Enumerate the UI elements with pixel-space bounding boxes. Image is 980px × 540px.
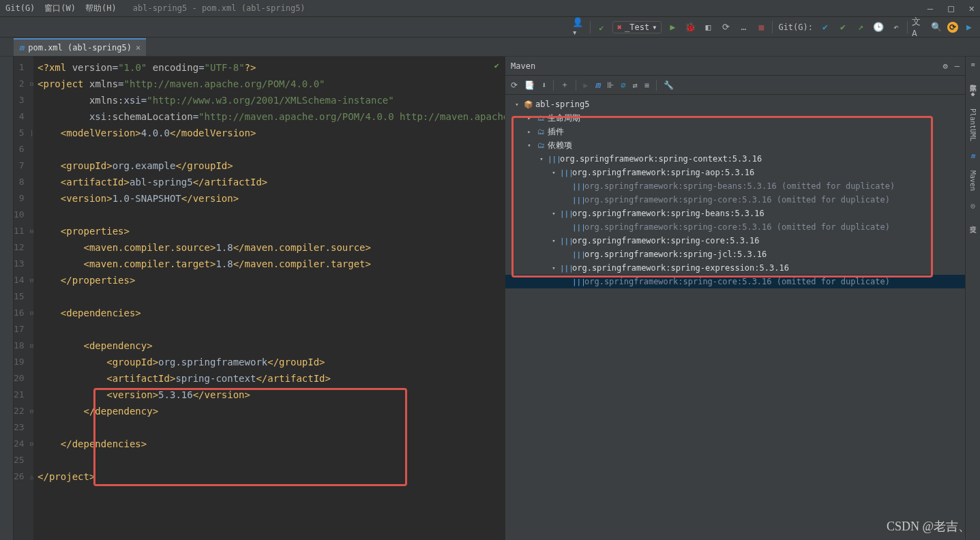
maven-tool-icon[interactable]: m	[970, 152, 975, 160]
maven-tool-button[interactable]: Maven	[969, 168, 977, 194]
main-toolbar: 👤▾ ↙ ✖_Test▾ ▶ 🐞 ◧ ⟳ … ■ Git(G): ✔ ✔ ↗ 🕒…	[0, 17, 980, 38]
tree-arrow-icon[interactable]: ▸	[524, 128, 534, 135]
window-maximize[interactable]: □	[948, 3, 953, 14]
commit-tool-button[interactable]: 提交	[968, 217, 978, 223]
tree-item-label: 插件	[548, 126, 564, 138]
tree-node[interactable]: ▾|||org.springframework:spring-expressio…	[505, 261, 965, 275]
maven-refresh-icon[interactable]: ⟳	[511, 80, 518, 90]
tree-item-icon: |||	[560, 264, 571, 273]
tree-item-icon: 🗂	[535, 114, 546, 123]
tree-node[interactable]: ▾|||org.springframework:spring-beans:5.3…	[505, 207, 965, 220]
tree-arrow-icon[interactable]: ▸	[524, 115, 534, 121]
tree-node[interactable]: ▾|||org.springframework:spring-aop:5.3.1…	[505, 166, 965, 179]
tree-item-label: org.springframework:spring-aop:5.3.16	[572, 168, 754, 177]
tree-item-icon: 📦	[523, 100, 534, 109]
tree-arrow-icon[interactable]: ▾	[512, 101, 522, 108]
tree-item-label: org.springframework:spring-beans:5.3.16	[572, 209, 764, 218]
tree-arrow-icon[interactable]: ▾	[524, 142, 534, 149]
translate-icon[interactable]: 文A	[912, 20, 925, 34]
tree-item-label: org.springframework:spring-core:5.3.16 (…	[584, 222, 890, 232]
tree-node[interactable]: |||org.springframework:spring-core:5.3.1…	[505, 193, 965, 207]
stop-icon[interactable]: ■	[754, 20, 768, 34]
plantuml-tool-icon[interactable]: ◆	[970, 90, 975, 97]
tree-node[interactable]: ▾🗂依赖项	[505, 138, 965, 152]
menu-help[interactable]: 帮助(H)	[85, 3, 117, 14]
maven-settings-icon[interactable]: ⚙	[943, 61, 948, 71]
tree-item-icon: |||	[572, 223, 583, 232]
tree-arrow-icon[interactable]: ▾	[549, 210, 559, 217]
run-config-selector[interactable]: ✖_Test▾	[612, 21, 662, 33]
window-close[interactable]: ✕	[969, 3, 975, 14]
attach-icon[interactable]: …	[737, 20, 750, 34]
maven-run-icon[interactable]: ▶	[583, 80, 588, 90]
tree-item-label: org.springframework:spring-expression:5.…	[572, 263, 789, 273]
window-minimize[interactable]: —	[927, 3, 933, 14]
maven-wrench-icon[interactable]: 🔧	[664, 80, 674, 90]
inspection-ok-icon[interactable]: ✔	[494, 61, 499, 70]
maven-dependency-tree[interactable]: ▾📦abl-spring5▸🗂生命周期▸🗂插件▾🗂依赖项▾|||org.spri…	[505, 95, 965, 540]
build-hammer-icon[interactable]: ↙	[595, 20, 608, 34]
tree-node[interactable]: |||org.springframework:spring-beans:5.3.…	[505, 179, 965, 193]
tab-close-icon[interactable]: ×	[136, 43, 140, 52]
user-icon[interactable]: 👤▾	[572, 20, 586, 34]
tree-node[interactable]: ▾|||org.springframework:spring-context:5…	[505, 152, 965, 166]
code-area[interactable]: <?xml version="1.0" encoding="UTF-8"?><p…	[33, 57, 505, 540]
search-icon[interactable]: 🔍	[930, 20, 943, 34]
tree-arrow-icon[interactable]: ▾	[537, 155, 546, 162]
tree-node[interactable]: |||org.springframework:spring-core:5.3.1…	[505, 220, 965, 234]
menu-git[interactable]: Git(G)	[5, 3, 35, 13]
tree-arrow-icon[interactable]: ▾	[549, 265, 559, 271]
tree-item-label: org.springframework:spring-core:5.3.16	[572, 236, 760, 245]
tree-arrow-icon[interactable]: ▾	[549, 169, 559, 176]
debug-icon[interactable]: 🐞	[683, 20, 697, 34]
git-revert-icon[interactable]: ↶	[889, 20, 903, 34]
maven-collapse-icon[interactable]: ≡	[644, 80, 649, 90]
tree-item-label: org.springframework:spring-core:5.3.16 (…	[584, 277, 890, 286]
code-editor[interactable]: ✔ 12345678910111213141516171819202122232…	[14, 57, 505, 540]
right-tool-stripe: ≡ 数据库 ◆ PlantUML m Maven ◎ 提交	[965, 57, 980, 540]
tree-item-label: org.springframework:spring-core:5.3.16 (…	[584, 195, 890, 205]
maven-skip-icon[interactable]: ∅	[621, 80, 625, 90]
maven-hide-icon[interactable]: —	[955, 61, 960, 71]
tree-node[interactable]: ▸🗂生命周期	[505, 111, 965, 125]
editor-tabs: m pom.xml (abl-spring5) ×	[0, 38, 980, 57]
maven-tool-window: Maven ⚙ — ⟳ 📑 ⬇ ＋ ▶ m ⊪ ∅ ⇄ ≡ 🔧 ▾📦abl-sp…	[505, 57, 965, 540]
maven-generate-icon[interactable]: 📑	[524, 80, 535, 90]
commit-tool-icon[interactable]: ◎	[970, 202, 975, 209]
menubar: Git(G) 窗口(W) 帮助(H) abl-spring5 - pom.xml…	[0, 0, 980, 17]
maven-toolbar: ⟳ 📑 ⬇ ＋ ▶ m ⊪ ∅ ⇄ ≡ 🔧	[505, 76, 965, 95]
maven-download-icon[interactable]: ⬇	[541, 80, 546, 90]
menu-window[interactable]: 窗口(W)	[44, 3, 76, 14]
git-update-icon[interactable]: ✔	[818, 20, 832, 34]
plantuml-tool-button[interactable]: PlantUML	[969, 106, 977, 144]
tree-node[interactable]: |||org.springframework:spring-core:5.3.1…	[505, 275, 965, 288]
tree-node[interactable]: |||org.springframework:spring-jcl:5.3.16	[505, 247, 965, 261]
tree-item-icon: |||	[548, 155, 559, 164]
profile-icon[interactable]: ⟳	[719, 20, 732, 34]
ide-icon[interactable]: ▶	[962, 20, 976, 34]
git-history-icon[interactable]: 🕒	[872, 20, 885, 34]
maven-add-icon[interactable]: ＋	[561, 79, 569, 91]
tree-item-icon: |||	[560, 237, 571, 245]
tree-item-icon: |||	[572, 196, 583, 205]
tree-arrow-icon[interactable]: ▾	[549, 237, 559, 244]
maven-execute-icon[interactable]: m	[595, 80, 600, 90]
database-tool-icon[interactable]: ≡	[970, 61, 975, 68]
tree-item-icon: 🗂	[535, 127, 546, 136]
tab-pomxml[interactable]: m pom.xml (abl-spring5) ×	[14, 38, 146, 56]
tree-node[interactable]: ▾|||org.springframework:spring-core:5.3.…	[505, 234, 965, 247]
update-available-icon[interactable]: ⟳	[947, 22, 958, 33]
tree-node[interactable]: ▸🗂插件	[505, 125, 965, 138]
coverage-icon[interactable]: ◧	[701, 20, 715, 34]
tab-label: pom.xml (abl-spring5)	[28, 43, 132, 52]
tree-item-icon: |||	[572, 278, 583, 286]
git-push-icon[interactable]: ↗	[854, 20, 867, 34]
run-icon[interactable]: ▶	[666, 20, 679, 34]
maven-offline-icon[interactable]: ⇄	[633, 80, 638, 90]
maven-panel-title: Maven	[511, 61, 535, 71]
tree-item-label: org.springframework:spring-context:5.3.1…	[560, 154, 762, 164]
maven-toggle-icon[interactable]: ⊪	[607, 80, 614, 90]
database-tool-button[interactable]: 数据库	[968, 76, 978, 82]
git-commit-icon[interactable]: ✔	[836, 20, 850, 34]
tree-node[interactable]: ▾📦abl-spring5	[505, 97, 965, 111]
